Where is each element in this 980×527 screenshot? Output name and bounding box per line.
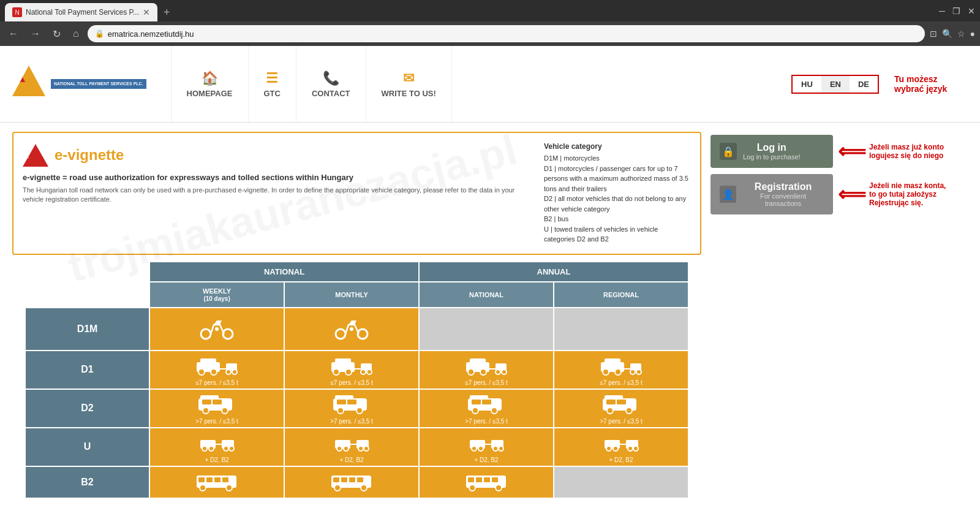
evignette-title: e-vignette [55, 146, 124, 164]
cell-d1m-weekly[interactable] [149, 308, 284, 351]
register-row: 👤 Registration For convenlient transacti… [710, 174, 968, 214]
tab-close-button[interactable]: ✕ [143, 7, 150, 17]
cell-u-weekly[interactable]: + D2, B2 [149, 428, 284, 466]
svg-point-13 [232, 370, 237, 374]
svg-rect-99 [341, 477, 347, 482]
col-header-national: NATIONAL [419, 282, 554, 308]
svg-rect-54 [472, 400, 481, 404]
bookmark-icon[interactable]: ☆ [957, 29, 965, 39]
minimize-button[interactable]: ─ [939, 6, 945, 16]
vehicle-categories-panel: Vehicle category D1M | motorcycles D1 | … [544, 142, 691, 245]
login-lock-icon: 🔒 [720, 143, 737, 160]
motorcycle-icon [333, 316, 370, 340]
svg-point-81 [493, 446, 498, 451]
bus-icon [465, 469, 508, 493]
svg-rect-107 [484, 477, 490, 482]
svg-point-16 [333, 369, 339, 375]
cell-b2-regional-empty [554, 466, 688, 498]
evignette-logo-area: ! e-vignette [23, 142, 535, 168]
nav-gtc-label: GTC [264, 89, 281, 98]
active-tab[interactable]: N National Toll Payment Services P... ✕ [5, 3, 157, 21]
cell-d1-monthly-label: ≤7 pers. / ≤3,5 t [287, 379, 416, 386]
svg-point-24 [468, 369, 474, 375]
cell-d1m-monthly[interactable] [284, 308, 419, 351]
svg-point-1 [223, 329, 233, 339]
language-selector: HU EN DE [791, 75, 879, 94]
car-with-trailer-icon [330, 354, 373, 377]
row-header-b2: B2 [25, 466, 149, 498]
svg-point-103 [361, 485, 367, 491]
cell-d2-national[interactable]: >7 pers. / ≤3,5 t [419, 389, 554, 428]
cell-b2-monthly[interactable] [284, 466, 419, 498]
nav-contact[interactable]: 📞 CONTACT [296, 46, 366, 122]
login-arrow-icon: ⟸ [838, 140, 866, 163]
svg-rect-15 [335, 358, 351, 365]
forward-button[interactable]: → [27, 26, 44, 42]
nav-write-label: WRITE TO US! [382, 89, 436, 98]
cell-u-regional-label: + D2, B2 [557, 457, 685, 463]
cell-d2-monthly[interactable]: >7 pers. / ≤3,5 t [284, 389, 419, 428]
svg-rect-55 [482, 400, 491, 404]
svg-point-110 [496, 485, 502, 491]
svg-point-95 [200, 485, 206, 491]
nav-gtc[interactable]: ☰ GTC [249, 46, 296, 122]
home-button[interactable]: ⌂ [69, 26, 83, 42]
table-row: D2 >7 pers. / ≤3,5 t [25, 389, 688, 428]
svg-point-65 [202, 446, 207, 451]
evignette-description: The Hungarian toll road network can only… [23, 186, 535, 205]
category-d2: D2 | all motor vehicles that do not belo… [544, 194, 691, 214]
lang-hu-button[interactable]: HU [793, 76, 821, 93]
register-button[interactable]: 👤 Registration For convenlient transacti… [710, 174, 833, 214]
svg-point-68 [229, 446, 234, 451]
new-tab-button[interactable]: + [159, 4, 175, 21]
close-button[interactable]: ✕ [968, 6, 975, 16]
car-with-trailer-icon [600, 354, 643, 377]
address-bar-actions: ⊡ 🔍 ☆ ● [930, 29, 975, 39]
url-text: ematrica.nemzetiutdij.hu [108, 29, 194, 39]
cell-d1-national[interactable]: ≤7 pers. / ≤3,5 t [419, 351, 554, 389]
cell-u-regional[interactable]: + D2, B2 [554, 428, 688, 466]
nav-contact-label: CONTACT [312, 89, 350, 98]
lang-de-button[interactable]: DE [850, 76, 878, 93]
svg-rect-60 [606, 400, 616, 404]
svg-rect-7 [200, 358, 216, 365]
back-button[interactable]: ← [5, 26, 22, 42]
vignette-table-section: NATIONAL ANNUAL WEEKLY(10 days) MONTHLY … [12, 261, 701, 508]
svg-point-87 [613, 446, 618, 451]
bus-icon [195, 469, 238, 493]
svg-point-25 [480, 369, 486, 375]
phone-icon: 📞 [323, 70, 339, 86]
profile-icon[interactable]: ● [970, 29, 975, 39]
svg-point-3 [336, 329, 345, 339]
van-icon [467, 392, 507, 415]
browser-tabs: N National Toll Payment Services P... ✕ … [5, 0, 175, 21]
bus-icon [330, 469, 373, 493]
cell-d1-monthly[interactable]: ≤7 pers. / ≤3,5 t [284, 351, 419, 389]
cell-d2-regional[interactable]: >7 pers. / ≤3,5 t [554, 389, 688, 428]
cell-u-national[interactable]: + D2, B2 [419, 428, 554, 466]
lang-en-button[interactable]: EN [821, 76, 850, 93]
address-bar[interactable]: 🔒 ematrica.nemzetiutdij.hu [88, 25, 925, 42]
maximize-button[interactable]: ❐ [952, 6, 960, 16]
nav-homepage[interactable]: 🏠 HOMEPAGE [171, 46, 249, 122]
zoom-icon[interactable]: 🔍 [942, 29, 952, 39]
svg-point-4 [358, 329, 368, 339]
svg-point-20 [361, 370, 366, 374]
row-header-u: U [25, 428, 149, 466]
cast-icon[interactable]: ⊡ [930, 29, 937, 39]
cell-d2-weekly[interactable]: >7 pers. / ≤3,5 t [149, 389, 284, 428]
svg-rect-101 [357, 477, 363, 482]
login-button[interactable]: 🔒 Log in Log in to purchase! [710, 135, 833, 168]
cell-d1-weekly[interactable]: ≤7 pers. / ≤3,5 t [149, 351, 284, 389]
refresh-button[interactable]: ↻ [49, 26, 64, 42]
svg-point-72 [337, 446, 342, 451]
svg-point-2 [215, 327, 219, 331]
cell-d1-regional[interactable]: ≤7 pers. / ≤3,5 t [554, 351, 688, 389]
nav-write[interactable]: ✉ WRITE TO US! [366, 46, 452, 122]
cell-u-monthly[interactable]: + D2, B2 [284, 428, 419, 466]
cell-b2-weekly[interactable] [149, 466, 284, 498]
cell-b2-national[interactable] [419, 466, 554, 498]
category-u: U | towed trailers of vehicles in vehicl… [544, 224, 691, 245]
van-icon [601, 392, 641, 415]
svg-point-9 [211, 369, 217, 375]
